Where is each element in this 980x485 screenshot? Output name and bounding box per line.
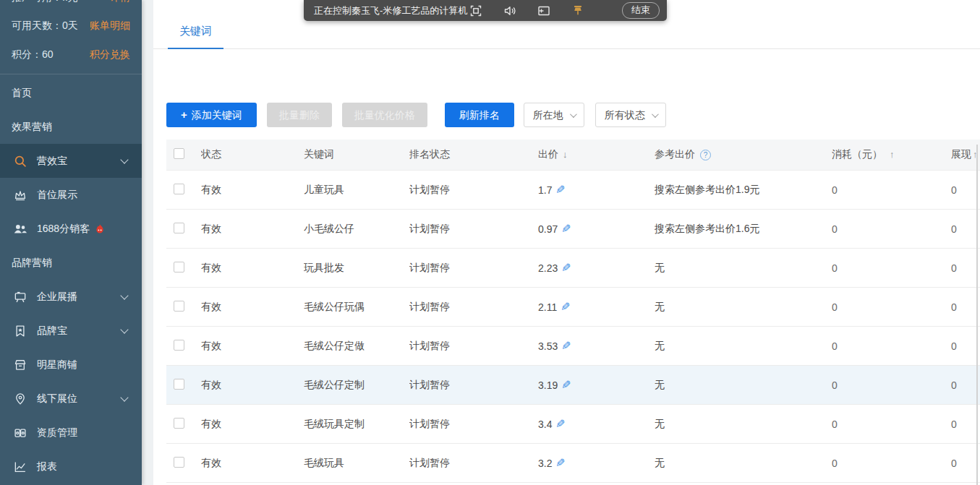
sidebar-item-star-shop[interactable]: 明星商铺 — [0, 348, 142, 382]
cell-rank-status: 计划暂停 — [409, 184, 538, 197]
cell-bid: 0.97✎ — [538, 222, 655, 236]
status-filter-label: 所有状态 — [605, 103, 645, 126]
row-checkbox[interactable] — [174, 223, 184, 233]
table-row: 有效 毛绒公仔定做 计划暂停 3.53✎ 无 0 0 — [166, 327, 980, 366]
location-pin-icon — [13, 392, 27, 406]
row-checkbox[interactable] — [174, 301, 184, 312]
chevron-down-icon — [120, 393, 128, 401]
sidebar-item-enterprise-display[interactable]: 企业展播 — [0, 280, 142, 314]
sidebar-item-label: 1688分销客 — [37, 223, 90, 236]
points-redeem-link[interactable]: 积分兑换 — [90, 48, 130, 61]
select-all-checkbox[interactable] — [174, 148, 184, 159]
cell-cost: 0 — [832, 458, 951, 469]
sidebar-menu: 首页 效果营销 营效宝 首位展示 — [0, 74, 142, 484]
balance-detail-link[interactable]: 详情 — [110, 0, 130, 4]
cell-reference-bid: 无 — [655, 301, 832, 314]
toolbar: +添加关键词 批量删除 批量优化价格 刷新排名 所在地 所有状态 — [166, 103, 666, 127]
batch-optimize-price-button[interactable]: 批量优化价格 — [342, 103, 427, 127]
cell-bid: 2.23✎ — [538, 261, 655, 275]
presentation-board-icon — [13, 290, 27, 304]
edit-bid-icon[interactable]: ✎ — [555, 417, 565, 431]
sidebar-item-1688-fenxiaoke[interactable]: 1688分销客 — [0, 212, 142, 246]
sidebar-item-label: 线下展位 — [37, 392, 77, 405]
sidebar-item-yingxiaobao[interactable]: 营效宝 — [0, 144, 142, 178]
row-checkbox[interactable] — [174, 457, 184, 468]
cell-reference-bid: 无 — [655, 418, 832, 431]
cell-rank-status: 计划暂停 — [409, 301, 538, 314]
location-filter-dropdown[interactable]: 所在地 — [524, 103, 584, 127]
cell-status: 有效 — [201, 340, 304, 353]
toolbox-window-icon[interactable] — [537, 4, 551, 18]
table-header-row: 状态 关键词 排名状态 出价↓ 参考出价? 消耗（元）↑ 展现↑ — [166, 140, 980, 171]
row-checkbox[interactable] — [174, 184, 184, 194]
fullscreen-icon[interactable] — [469, 4, 483, 18]
sidebar-item-offline-booth[interactable]: 线下展位 — [0, 382, 142, 416]
row-checkbox[interactable] — [174, 340, 184, 351]
balance-label: 推广可用：..元 — [12, 0, 78, 4]
vertical-scrollbar[interactable] — [976, 145, 978, 485]
edit-bid-icon[interactable]: ✎ — [555, 456, 565, 470]
people-icon — [13, 222, 27, 236]
row-checkbox[interactable] — [174, 262, 184, 272]
cell-impressions: 0 — [951, 223, 980, 235]
table-row: 有效 毛绒公仔玩偶 计划暂停 2.11✎ 无 0 0 — [166, 288, 980, 327]
help-icon[interactable]: ? — [700, 150, 711, 160]
batch-delete-button[interactable]: 批量删除 — [267, 103, 332, 127]
sidebar-item-brand-treasure[interactable]: 品牌宝 — [0, 314, 142, 348]
sidebar-item-reports[interactable]: 报表 — [0, 450, 142, 484]
cell-bid: 3.19✎ — [538, 378, 655, 392]
edit-bid-icon[interactable]: ✎ — [561, 261, 571, 275]
edit-bid-icon[interactable]: ✎ — [561, 378, 571, 392]
account-balance-row: 推广可用：..元 详情 — [0, 0, 142, 6]
billing-detail-link[interactable]: 账单明细 — [90, 20, 130, 33]
cell-status: 有效 — [201, 418, 304, 431]
crown-icon — [13, 188, 27, 202]
sidebar-item-home[interactable]: 首页 — [0, 76, 142, 110]
sidebar-group-label: 品牌营销 — [12, 257, 52, 270]
sort-desc-icon[interactable]: ↓ — [563, 149, 568, 160]
hot-badge-icon — [94, 223, 106, 235]
header-rank-status: 排名状态 — [409, 148, 538, 161]
edit-bid-icon[interactable]: ✎ — [561, 339, 571, 353]
refresh-ranking-button[interactable]: 刷新排名 — [445, 103, 514, 127]
cell-keyword: 小毛绒公仔 — [304, 223, 409, 236]
header-keyword: 关键词 — [304, 148, 409, 161]
row-checkbox[interactable] — [174, 379, 184, 390]
pushpin-icon[interactable] — [571, 4, 585, 18]
sort-asc-icon[interactable]: ↑ — [890, 149, 895, 160]
cell-cost: 0 — [832, 262, 951, 274]
header-cost: 消耗（元）↑ — [832, 148, 951, 161]
end-session-button[interactable]: 结束 — [622, 2, 660, 19]
add-keyword-button[interactable]: +添加关键词 — [166, 103, 257, 127]
cell-rank-status: 计划暂停 — [409, 223, 538, 236]
edit-bid-icon[interactable]: ✎ — [561, 222, 571, 236]
speaker-icon[interactable] — [503, 4, 517, 18]
row-checkbox[interactable] — [174, 418, 184, 429]
remote-control-bar: 正在控制秦玉飞-米修工艺品的计算机 结束 — [304, 0, 667, 21]
edit-bid-icon[interactable]: ✎ — [555, 183, 565, 197]
cell-impressions: 0 — [951, 262, 980, 274]
sidebar-item-label: 资质管理 — [37, 426, 77, 439]
sidebar-item-qualification[interactable]: 资质管理 — [0, 416, 142, 450]
cell-impressions: 0 — [951, 379, 980, 391]
chevron-down-icon — [120, 291, 128, 299]
status-filter-dropdown[interactable]: 所有状态 — [595, 103, 666, 127]
edit-bid-icon[interactable]: ✎ — [561, 300, 570, 314]
sidebar-item-top-display[interactable]: 首位展示 — [0, 178, 142, 212]
header-impressions: 展现↑ — [951, 148, 980, 161]
cell-status: 有效 — [201, 262, 304, 275]
cell-status: 有效 — [201, 184, 304, 197]
cell-bid: 3.53✎ — [538, 339, 655, 353]
add-keyword-label: 添加关键词 — [192, 109, 242, 121]
cell-keyword: 毛绒玩具定制 — [304, 418, 409, 431]
cell-status: 有效 — [201, 379, 304, 392]
chevron-down-icon — [120, 325, 128, 333]
table-row: 有效 玩具批发 计划暂停 2.23✎ 无 0 0 — [166, 249, 980, 288]
search-icon — [13, 154, 27, 168]
cell-impressions: 0 — [951, 458, 980, 469]
cell-bid: 1.7✎ — [538, 183, 655, 197]
sidebar-item-label: 企业展播 — [37, 291, 77, 304]
tab-keywords[interactable]: 关键词 — [168, 25, 223, 49]
cell-impressions: 0 — [951, 184, 980, 196]
content-gutter — [142, 0, 153, 485]
